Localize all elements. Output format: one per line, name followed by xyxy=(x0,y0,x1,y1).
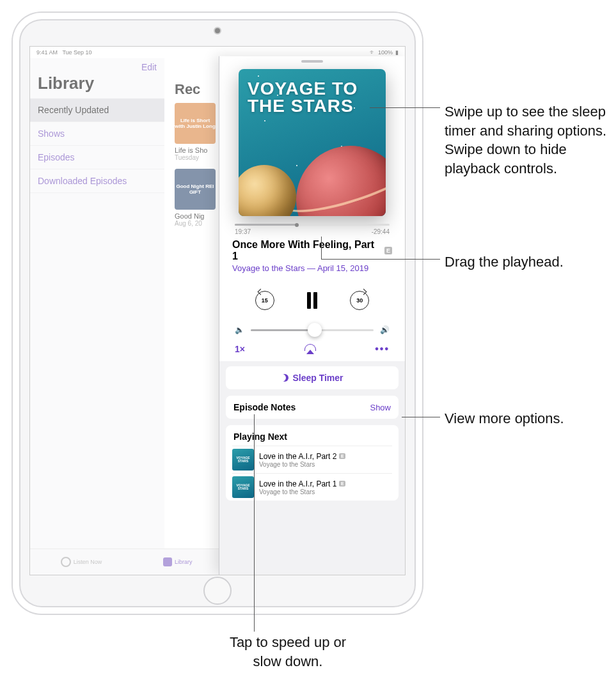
skip-fwd-seconds: 30 xyxy=(356,297,363,304)
time-elapsed: 19:37 xyxy=(235,228,251,235)
sleep-timer-label: Sleep Timer xyxy=(292,373,343,383)
next-item-sub: Voyage to the Stars xyxy=(259,488,392,495)
episode-notes-row[interactable]: Episode Notes Show xyxy=(226,396,399,419)
episode-artwork[interactable]: VOYAGE TO THE STARS xyxy=(239,69,386,216)
playing-next-card: Playing Next VOYAGE STARS Love in the A.… xyxy=(226,425,399,501)
explicit-badge: E xyxy=(384,247,392,254)
next-episode-row[interactable]: VOYAGE STARS Love in the A.I.r, Part 1 E… xyxy=(232,473,392,501)
next-item-sub: Voyage to the Stars xyxy=(259,461,392,468)
next-item-artwork: VOYAGE STARS xyxy=(232,449,254,471)
podcast-thumb[interactable]: Life is Short with Justin Long xyxy=(175,103,216,144)
front-camera xyxy=(214,27,221,35)
sidebar-item-shows[interactable]: Shows xyxy=(30,122,164,146)
now-playing-sheet[interactable]: VOYAGE TO THE STARS 19:37 -29:44 Once Mo… xyxy=(219,56,405,575)
ipad-frame: 9:41 AM Tue Sep 10 ᯤ 100% ▮ Edit Library… xyxy=(13,13,422,614)
sleep-timer-button[interactable]: Sleep Timer xyxy=(226,366,399,389)
episode-notes-show-button[interactable]: Show xyxy=(370,403,391,412)
pause-button[interactable] xyxy=(307,292,317,309)
artwork-title: VOYAGE TO THE STARS xyxy=(239,69,386,126)
show-and-date[interactable]: Voyage to the Stars — April 15, 2019 xyxy=(219,262,405,278)
library-sidebar: Edit Library Recently Updated Shows Epis… xyxy=(30,58,165,575)
library-icon xyxy=(163,557,172,566)
battery-percent: 100% xyxy=(378,49,393,56)
annotation-leader xyxy=(402,417,440,417)
volume-thumb-icon[interactable] xyxy=(308,323,322,337)
pause-icon xyxy=(307,292,311,309)
status-date: Tue Sep 10 xyxy=(62,49,91,56)
sidebar-item-recently-updated[interactable]: Recently Updated xyxy=(30,98,164,122)
playback-speed-button[interactable]: 1× xyxy=(235,344,245,354)
next-item-artwork: VOYAGE STARS xyxy=(232,476,254,498)
podcast-thumb[interactable]: Good Night REI GIFT xyxy=(175,169,216,210)
annotation-swipe: Swipe up to see the sleep timer and shar… xyxy=(445,102,611,178)
episode-notes-label: Episode Notes xyxy=(233,402,296,412)
skip-back-seconds: 15 xyxy=(262,297,268,304)
sidebar-item-downloaded[interactable]: Downloaded Episodes xyxy=(30,169,164,193)
edit-button[interactable]: Edit xyxy=(30,58,164,74)
next-episode-row[interactable]: VOYAGE STARS Love in the A.I.r, Part 2 E… xyxy=(232,446,392,473)
home-button[interactable] xyxy=(203,577,232,605)
annotation-leader xyxy=(254,414,255,632)
skip-forward-button[interactable]: 30 xyxy=(350,291,369,310)
annotation-more: View more options. xyxy=(445,409,564,428)
time-remaining: -29:44 xyxy=(372,228,390,235)
next-item-title: Love in the A.I.r, Part 2 xyxy=(259,452,336,461)
wifi-icon: ᯤ xyxy=(370,49,375,56)
playhead-icon[interactable] xyxy=(295,223,299,227)
volume-slider[interactable] xyxy=(251,329,374,331)
explicit-badge: E xyxy=(339,453,345,459)
airplay-icon[interactable] xyxy=(304,344,316,354)
scrubber[interactable] xyxy=(235,224,390,226)
battery-icon: ▮ xyxy=(395,49,399,56)
annotation-leader xyxy=(321,259,440,260)
volume-low-icon: 🔈 xyxy=(235,325,244,334)
more-options-button[interactable]: ••• xyxy=(375,343,390,355)
skip-back-button[interactable]: 15 xyxy=(255,291,274,310)
tab-library[interactable]: Library xyxy=(163,557,193,566)
next-item-title: Love in the A.I.r, Part 1 xyxy=(259,479,336,488)
status-time: 9:41 AM xyxy=(36,49,58,56)
annotation-playhead: Drag the playhead. xyxy=(445,253,564,272)
sidebar-item-episodes[interactable]: Episodes xyxy=(30,146,164,169)
sidebar-title: Library xyxy=(30,74,164,98)
screen: 9:41 AM Tue Sep 10 ᯤ 100% ▮ Edit Library… xyxy=(29,46,406,575)
playing-next-header: Playing Next xyxy=(232,430,392,446)
annotation-leader xyxy=(370,107,440,108)
tab-listen-now[interactable]: Listen Now xyxy=(61,557,102,567)
sheet-grabber-icon[interactable] xyxy=(301,60,323,63)
moon-icon xyxy=(281,374,288,382)
annotation-leader xyxy=(321,237,322,260)
volume-high-icon: 🔊 xyxy=(380,325,390,334)
annotation-speed: Tap to speed up or slow down. xyxy=(217,633,358,671)
pause-icon xyxy=(313,292,317,309)
play-circle-icon xyxy=(61,557,71,567)
explicit-badge: E xyxy=(339,481,345,486)
